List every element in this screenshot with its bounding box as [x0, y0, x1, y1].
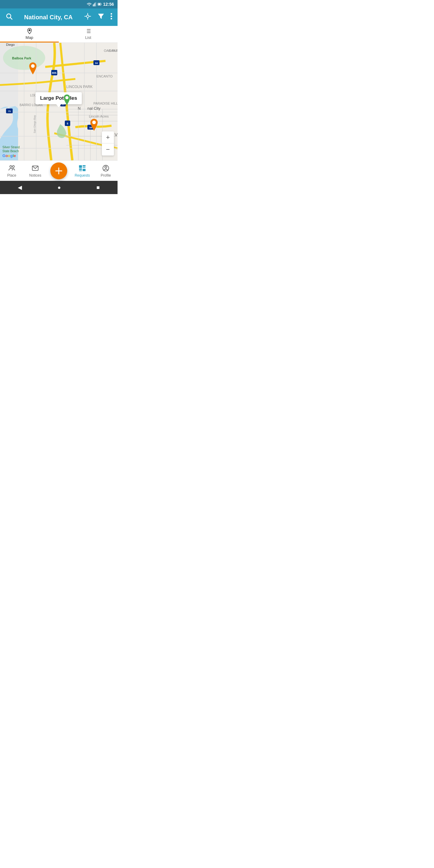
svg-rect-3 — [95, 3, 95, 6]
tab-list-label: List — [85, 35, 91, 40]
add-icon — [55, 167, 63, 175]
svg-rect-86 — [79, 170, 82, 171]
signal-icon — [93, 2, 96, 6]
tab-map[interactable]: Map — [0, 26, 59, 42]
map-marker-1[interactable] — [28, 62, 38, 76]
toolbar: National City, CA — [0, 8, 118, 26]
svg-point-10 — [87, 15, 89, 18]
svg-point-76 — [92, 121, 96, 124]
recents-button[interactable]: ■ — [92, 183, 104, 193]
nav-requests-label: Requests — [75, 173, 90, 178]
svg-text:San Diego Bay: San Diego Bay — [33, 115, 36, 133]
svg-marker-15 — [98, 14, 104, 19]
location-icon[interactable] — [83, 11, 93, 23]
svg-text:Diego: Diego — [6, 43, 15, 46]
svg-line-9 — [10, 18, 12, 20]
svg-rect-83 — [83, 165, 86, 166]
nav-place-label: Place — [7, 173, 16, 178]
nav-profile-label: Profile — [101, 173, 111, 178]
search-icon[interactable] — [4, 11, 14, 23]
svg-point-0 — [89, 5, 90, 6]
map-tab-icon — [26, 28, 33, 34]
more-options-icon[interactable] — [110, 12, 113, 23]
requests-icon — [79, 164, 86, 172]
zoom-controls: + − — [102, 131, 114, 156]
nav-item-requests[interactable]: Requests — [70, 161, 94, 181]
map-marker-2[interactable] — [63, 94, 71, 106]
svg-text:OAK PARK: OAK PARK — [108, 49, 118, 53]
svg-point-78 — [12, 165, 14, 167]
tooltip-text: Large Potholes — [40, 95, 77, 101]
svg-point-17 — [111, 16, 112, 17]
notices-icon — [31, 164, 39, 172]
android-nav: ◀ ● ■ — [0, 181, 118, 194]
svg-text:94: 94 — [95, 62, 98, 64]
map-container[interactable]: Balboa Park — [0, 43, 118, 160]
zoom-in-button[interactable]: + — [102, 131, 114, 144]
svg-rect-82 — [79, 165, 82, 168]
svg-text:State Beach: State Beach — [2, 150, 19, 153]
filter-icon[interactable] — [96, 11, 106, 23]
map-tooltip[interactable]: Large Potholes — [35, 92, 82, 104]
svg-point-74 — [31, 64, 35, 68]
place-icon — [8, 164, 16, 172]
svg-text:PARADISE HILLS: PARADISE HILLS — [93, 101, 118, 105]
tab-map-label: Map — [26, 35, 33, 40]
status-icons: ! 12:56 — [87, 2, 114, 7]
svg-point-18 — [111, 18, 112, 20]
tab-list[interactable]: List — [59, 26, 118, 42]
svg-point-89 — [105, 166, 107, 168]
list-tab-icon — [85, 28, 92, 34]
map-marker-3[interactable] — [89, 119, 99, 132]
zoom-out-button[interactable]: − — [102, 144, 114, 156]
battery-icon: ! — [98, 2, 102, 6]
svg-text:75: 75 — [8, 110, 11, 113]
svg-text:nal City: nal City — [87, 106, 101, 111]
svg-rect-1 — [93, 4, 93, 6]
svg-rect-4 — [96, 2, 96, 6]
svg-point-16 — [111, 13, 112, 15]
home-button[interactable]: ● — [53, 183, 66, 193]
svg-text:LINCOLN PARK: LINCOLN PARK — [66, 85, 93, 89]
svg-rect-2 — [94, 4, 94, 6]
profile-icon — [102, 164, 110, 172]
status-bar: ! 12:56 — [0, 0, 118, 8]
svg-rect-85 — [79, 168, 82, 170]
google-logo: Google — [2, 153, 16, 158]
svg-text:5: 5 — [67, 122, 68, 125]
nav-item-notices[interactable]: Notices — [24, 161, 47, 181]
svg-text:Lincoln Acres: Lincoln Acres — [89, 115, 109, 118]
bottom-nav: Place Notices Requests — [0, 160, 118, 181]
nav-item-place[interactable]: Place — [0, 161, 24, 181]
tab-bar: Map List — [0, 26, 118, 43]
svg-rect-84 — [83, 167, 86, 167]
svg-point-19 — [29, 30, 30, 31]
svg-text:N: N — [78, 106, 81, 111]
svg-text:Balboa Park: Balboa Park — [12, 56, 31, 60]
nav-add-button[interactable] — [47, 162, 70, 179]
svg-text:ENCANTO: ENCANTO — [96, 74, 113, 78]
wifi-icon — [87, 2, 92, 6]
svg-point-77 — [10, 165, 12, 167]
toolbar-title: National City, CA — [18, 14, 79, 21]
back-button[interactable]: ◀ — [13, 182, 27, 193]
nav-notices-label: Notices — [29, 173, 41, 178]
add-circle[interactable] — [50, 162, 67, 179]
svg-rect-87 — [83, 169, 86, 171]
clock: 12:56 — [103, 2, 114, 7]
svg-text:805: 805 — [52, 71, 56, 74]
nav-item-profile[interactable]: Profile — [94, 161, 118, 181]
svg-text:Silver Strand: Silver Strand — [2, 146, 20, 149]
svg-point-75 — [65, 96, 69, 99]
